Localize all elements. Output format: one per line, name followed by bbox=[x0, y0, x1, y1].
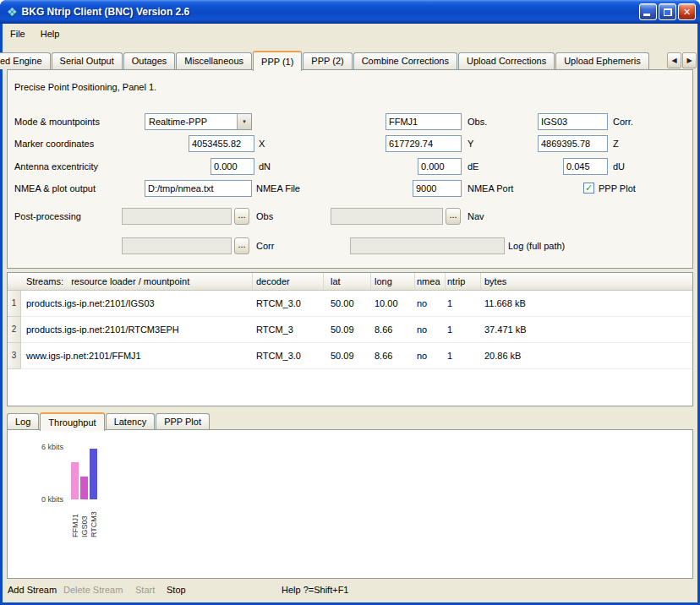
post-corr-browse-button[interactable]: ... bbox=[234, 237, 249, 254]
close-button[interactable]: ✕ bbox=[678, 3, 696, 20]
tab-feed-engine[interactable]: ed Engine bbox=[0, 52, 51, 69]
titlebar[interactable]: ❖ BKG Ntrip Client (BNC) Version 2.6 ✕ bbox=[0, 0, 700, 24]
mode-combobox[interactable]: Realtime-PPP ▼ bbox=[145, 113, 252, 130]
antenna-dn-input[interactable] bbox=[211, 158, 254, 175]
tab-upload-corrections[interactable]: Upload Corrections bbox=[458, 52, 555, 69]
tab-log[interactable]: Log bbox=[7, 413, 39, 429]
header-mountpoint: Streams: resource loader / mountpoint bbox=[8, 273, 253, 290]
antenna-de-input[interactable] bbox=[418, 158, 462, 175]
cell-bytes[interactable]: 20.86 kB bbox=[481, 343, 692, 368]
cell-mountpoint[interactable]: www.igs-ip.net:2101/FFMJ1 bbox=[21, 343, 253, 368]
chart-bar-ffmj1 bbox=[71, 462, 79, 499]
streams-table: Streams: resource loader / mountpoint de… bbox=[7, 272, 693, 406]
ppp-panel-title: Precise Point Positioning, Panel 1. bbox=[14, 79, 156, 95]
post-obs-label: Obs bbox=[256, 208, 273, 225]
mode-combobox-value: Realtime-PPP bbox=[149, 114, 207, 129]
app-window: ❖ BKG Ntrip Client (BNC) Version 2.6 ✕ F… bbox=[0, 0, 700, 605]
cell-decoder[interactable]: RTCM_3.0 bbox=[253, 343, 324, 368]
tab-outages[interactable]: Outages bbox=[123, 52, 176, 69]
antenna-du-input[interactable] bbox=[563, 158, 608, 175]
menu-help[interactable]: Help bbox=[33, 25, 68, 42]
close-icon: ✕ bbox=[679, 4, 695, 19]
nmea-file-input[interactable] bbox=[145, 180, 252, 197]
bottom-tabbar: Log Throughput Latency PPP Plot bbox=[7, 411, 211, 430]
de-label: dE bbox=[468, 158, 479, 175]
post-log-input bbox=[350, 237, 505, 254]
table-row[interactable]: 3 www.igs-ip.net:2101/FFMJ1 RTCM_3.0 50.… bbox=[8, 343, 692, 369]
window-controls: ✕ bbox=[637, 3, 696, 20]
nmea-port-input[interactable] bbox=[413, 180, 462, 197]
cell-ntrip[interactable]: 1 bbox=[446, 291, 481, 316]
row-number[interactable]: 3 bbox=[8, 343, 21, 369]
y-axis-top-label: 6 kbits bbox=[8, 443, 63, 451]
cell-bytes[interactable]: 11.668 kB bbox=[481, 291, 692, 316]
mode-mountpoints-label: Mode & mountpoints bbox=[14, 113, 100, 130]
marker-y-input[interactable] bbox=[386, 135, 462, 152]
y-axis-bottom-label: 0 kbits bbox=[8, 495, 63, 504]
delete-stream-button: Delete Stream bbox=[63, 585, 123, 595]
tab-ppp-1[interactable]: PPP (1) bbox=[253, 51, 302, 71]
chart-bar-column: RTCM3 bbox=[89, 447, 98, 537]
cell-lat[interactable]: 50.00 bbox=[324, 291, 371, 316]
tab-combine-corrections[interactable]: Combine Corrections bbox=[353, 52, 457, 69]
table-row[interactable]: 2 products.igs-ip.net:2101/RTCM3EPH RTCM… bbox=[8, 317, 692, 343]
z-label: Z bbox=[613, 135, 619, 152]
cell-decoder[interactable]: RTCM_3 bbox=[253, 317, 324, 342]
ppp-plot-checkbox[interactable]: ✓ bbox=[583, 183, 594, 193]
cell-lat[interactable]: 50.09 bbox=[324, 317, 371, 342]
restore-button[interactable] bbox=[659, 3, 676, 20]
cell-nmea[interactable]: no bbox=[415, 291, 446, 316]
minimize-button[interactable] bbox=[639, 3, 657, 20]
cell-ntrip[interactable]: 1 bbox=[446, 343, 481, 368]
window-body: File Help ed Engine Serial Output Outage… bbox=[3, 24, 697, 602]
tab-serial-output[interactable]: Serial Output bbox=[52, 52, 123, 69]
tab-latency[interactable]: Latency bbox=[106, 413, 156, 429]
nmea-port-label: NMEA Port bbox=[468, 180, 513, 197]
menu-file[interactable]: File bbox=[3, 25, 33, 42]
cell-ntrip[interactable]: 1 bbox=[446, 317, 481, 342]
minimize-icon bbox=[643, 14, 650, 16]
cell-long[interactable]: 8.66 bbox=[371, 317, 415, 342]
cell-mountpoint[interactable]: products.igs-ip.net:2101/RTCM3EPH bbox=[21, 317, 253, 342]
header-nmea: nmea bbox=[415, 273, 446, 290]
marker-x-input[interactable] bbox=[189, 135, 254, 152]
cell-lat[interactable]: 50.09 bbox=[324, 343, 371, 368]
cell-bytes[interactable]: 37.471 kB bbox=[481, 317, 692, 342]
cell-decoder[interactable]: RTCM_3.0 bbox=[253, 291, 324, 316]
tab-scroll-buttons: ◀ ▶ bbox=[666, 52, 697, 68]
cell-long[interactable]: 10.00 bbox=[371, 291, 415, 316]
tab-upload-ephemeris[interactable]: Upload Ephemeris bbox=[555, 52, 649, 69]
cell-nmea[interactable]: no bbox=[415, 343, 446, 368]
obs-label: Obs. bbox=[468, 113, 487, 130]
cell-nmea[interactable]: no bbox=[415, 317, 446, 342]
nmea-file-label: NMEA File bbox=[256, 180, 300, 197]
menubar: File Help bbox=[3, 24, 697, 43]
x-label: X bbox=[259, 135, 265, 152]
throughput-bars: FFMJ1IGS03RTCM3 bbox=[70, 447, 98, 537]
post-obs-browse-button[interactable]: ... bbox=[234, 208, 249, 225]
ppp-panel: Precise Point Positioning, Panel 1. Mode… bbox=[7, 69, 693, 269]
marker-coordinates-label: Marker coordinates bbox=[14, 135, 94, 152]
tab-scroll-left-icon[interactable]: ◀ bbox=[667, 52, 681, 68]
cell-long[interactable]: 8.66 bbox=[371, 343, 415, 368]
add-stream-button[interactable]: Add Stream bbox=[8, 585, 57, 595]
row-number[interactable]: 1 bbox=[8, 291, 21, 317]
help-shortcut-label: Help ?=Shift+F1 bbox=[282, 585, 349, 595]
post-nav-browse-button[interactable]: ... bbox=[446, 208, 461, 225]
tab-throughput[interactable]: Throughput bbox=[40, 412, 104, 431]
table-row[interactable]: 1 products.igs-ip.net:2101/IGS03 RTCM_3.… bbox=[8, 291, 692, 317]
tab-scroll-right-icon[interactable]: ▶ bbox=[682, 52, 697, 68]
post-log-label: Log (full path) bbox=[508, 237, 565, 254]
tab-ppp-2[interactable]: PPP (2) bbox=[303, 52, 352, 69]
corr-mountpoint-input[interactable] bbox=[538, 113, 608, 130]
restore-icon bbox=[664, 8, 672, 16]
marker-z-input[interactable] bbox=[538, 135, 608, 152]
ppp-plot-label: PPP Plot bbox=[599, 180, 636, 197]
tab-ppp-plot[interactable]: PPP Plot bbox=[156, 413, 210, 429]
obs-mountpoint-input[interactable] bbox=[386, 113, 462, 130]
chevron-down-icon[interactable]: ▼ bbox=[237, 114, 251, 129]
row-number[interactable]: 2 bbox=[8, 317, 21, 343]
tab-miscellaneous[interactable]: Miscellaneous bbox=[176, 52, 252, 69]
cell-mountpoint[interactable]: products.igs-ip.net:2101/IGS03 bbox=[21, 291, 253, 316]
stop-button[interactable]: Stop bbox=[167, 585, 186, 595]
